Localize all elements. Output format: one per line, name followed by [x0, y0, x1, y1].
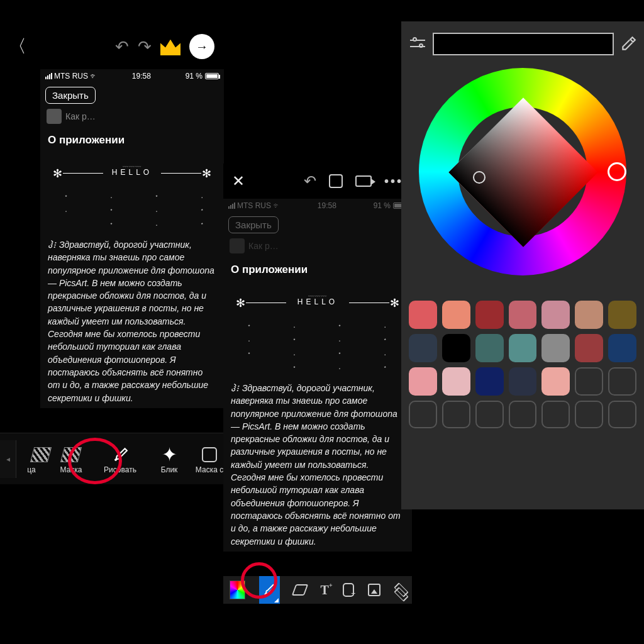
empty-swatch[interactable] — [608, 401, 636, 429]
empty-swatch[interactable] — [608, 367, 636, 396]
tool-draw[interactable]: Рисовать — [96, 444, 145, 474]
carrier-label: MTS RUS — [237, 201, 271, 210]
hello-label: HELLO — [297, 297, 338, 306]
empty-swatch[interactable] — [475, 401, 504, 429]
swatch-grid — [409, 301, 636, 428]
hello-label: HELLO — [112, 168, 152, 177]
close-icon[interactable]: ✕ — [232, 172, 245, 190]
dot-decoration: ⋆ . ⋆ . ⋆ . ⋆ . ⋆ . ⋆ . ⋆ . ⋆ ⋆ . ⋆ — [223, 318, 412, 375]
next-button[interactable]: → — [189, 34, 214, 59]
canvas-preview-2: MTS RUS ᯤ 19:58 91 % Закрыть Как р… О пр… — [223, 199, 412, 552]
article-body: ჰ⫶ Здравствуй, дорогой участник, наверня… — [40, 232, 224, 408]
status-bar: MTS RUS ᯤ 19:58 91 % — [40, 69, 224, 83]
battery-icon — [205, 73, 219, 79]
clock-label: 19:58 — [132, 72, 151, 80]
color-swatch[interactable] — [608, 301, 636, 329]
draw-panel-center: ✕ ↶ ••• MTS RUS ᯤ 19:58 91 % Закрыть Как… — [223, 164, 412, 604]
status-bar: MTS RUS ᯤ 19:58 91 % — [223, 199, 412, 213]
signal-icon — [45, 73, 52, 79]
shape-tool-button[interactable] — [343, 583, 354, 597]
chip-title: Как р… — [65, 111, 96, 121]
color-swatch[interactable] — [509, 367, 537, 396]
canvas-preview-1: MTS RUS ᯤ 19:58 91 % Закрыть Как р… О пр… — [40, 69, 224, 408]
draw-topbar: ✕ ↶ ••• — [223, 164, 412, 199]
color-swatch[interactable] — [475, 334, 504, 362]
eyedropper-icon[interactable] — [620, 36, 636, 52]
color-swatch[interactable] — [409, 301, 437, 329]
sliders-icon[interactable] — [409, 35, 426, 53]
flare-icon: ✦ — [162, 443, 177, 465]
premium-crown-icon[interactable] — [160, 38, 180, 55]
fullscreen-icon[interactable] — [329, 174, 343, 188]
color-picker-panel — [401, 21, 644, 509]
empty-swatch[interactable] — [409, 401, 437, 429]
color-swatch[interactable] — [409, 367, 437, 396]
video-icon[interactable] — [355, 175, 372, 187]
tool-flare[interactable]: ✦ Блик — [145, 444, 194, 474]
color-swatch[interactable] — [541, 367, 570, 396]
wifi-icon: ᯤ — [273, 201, 280, 210]
color-swatch[interactable] — [541, 334, 570, 362]
sv-cursor[interactable] — [473, 171, 486, 184]
post-chip[interactable]: Как р… — [40, 108, 224, 125]
undo-icon[interactable]: ↶ — [115, 37, 129, 57]
clock-label: 19:58 — [318, 201, 336, 210]
more-icon[interactable]: ••• — [384, 174, 403, 189]
brush-tool-button[interactable] — [259, 576, 280, 604]
tool-label: Маска — [47, 465, 96, 474]
empty-swatch[interactable] — [575, 401, 603, 429]
color-swatch[interactable] — [608, 334, 636, 362]
section-title: О приложении — [40, 125, 224, 153]
empty-swatch[interactable] — [575, 367, 603, 396]
tool-label: Рисовать — [96, 465, 145, 474]
effects-toolstrip: ◂ ца Маска Рисовать ✦ Блик Маска с — [0, 433, 226, 484]
color-swatch[interactable] — [575, 301, 603, 329]
empty-swatch[interactable] — [442, 401, 470, 429]
article-body: ჰ⫶ Здравствуй, дорогой участник, наверня… — [223, 375, 412, 552]
insert-image-button[interactable] — [368, 584, 380, 596]
hex-input[interactable] — [433, 33, 614, 55]
battery-label: 91 % — [186, 72, 203, 80]
tool-mask[interactable]: Маска — [47, 444, 96, 474]
color-swatch[interactable] — [509, 301, 537, 329]
color-swatch[interactable] — [442, 301, 470, 329]
editor-topbar: 〈 ↶ ↷ → — [0, 26, 223, 67]
color-swatch[interactable] — [442, 334, 470, 362]
color-picker-button[interactable] — [230, 580, 245, 599]
wifi-icon: ᯤ — [90, 72, 97, 80]
hue-cursor[interactable] — [608, 162, 626, 181]
eraser-tool-button[interactable] — [292, 584, 309, 596]
color-swatch[interactable] — [409, 334, 437, 362]
empty-swatch[interactable] — [509, 401, 537, 429]
rect-icon — [202, 447, 217, 462]
tool-mask-right-partial[interactable]: Маска с — [194, 444, 225, 474]
tool-label: Маска с — [194, 465, 225, 474]
carrier-label: MTS RUS — [54, 72, 88, 80]
close-button[interactable]: Закрыть — [228, 216, 279, 233]
color-swatch[interactable] — [475, 367, 504, 396]
color-swatch[interactable] — [509, 334, 537, 362]
close-button[interactable]: Закрыть — [45, 87, 96, 104]
text-tool-button[interactable]: T — [320, 583, 328, 597]
chip-title: Как р… — [248, 241, 279, 251]
hello-divider: ✻ ﹏﹏﹏ HELLO ✻ — [232, 289, 403, 314]
empty-swatch[interactable] — [541, 401, 570, 429]
battery-label: 91 % — [374, 201, 391, 210]
hello-divider: ✻ ﹏﹏﹏ HELLO ✻ — [49, 159, 215, 184]
color-swatch[interactable] — [475, 301, 504, 329]
color-wheel[interactable] — [419, 68, 626, 275]
back-chevron-icon[interactable]: 〈 — [9, 35, 26, 58]
draw-toolbar: T — [223, 576, 412, 604]
color-swatch[interactable] — [442, 367, 470, 396]
color-swatch[interactable] — [541, 301, 570, 329]
section-title: О приложении — [223, 255, 412, 282]
chip-thumb-icon — [47, 109, 62, 124]
chip-thumb-icon — [230, 238, 245, 253]
editor-panel-left: 〈 ↶ ↷ → MTS RUS ᯤ 19:58 91 % Закрыть Как… — [0, 0, 223, 484]
color-swatch[interactable] — [575, 334, 603, 362]
undo-icon[interactable]: ↶ — [304, 172, 316, 190]
brush-icon — [262, 583, 276, 597]
layers-button[interactable] — [394, 583, 406, 597]
redo-icon[interactable]: ↷ — [138, 37, 152, 57]
post-chip[interactable]: Как р… — [223, 237, 412, 255]
